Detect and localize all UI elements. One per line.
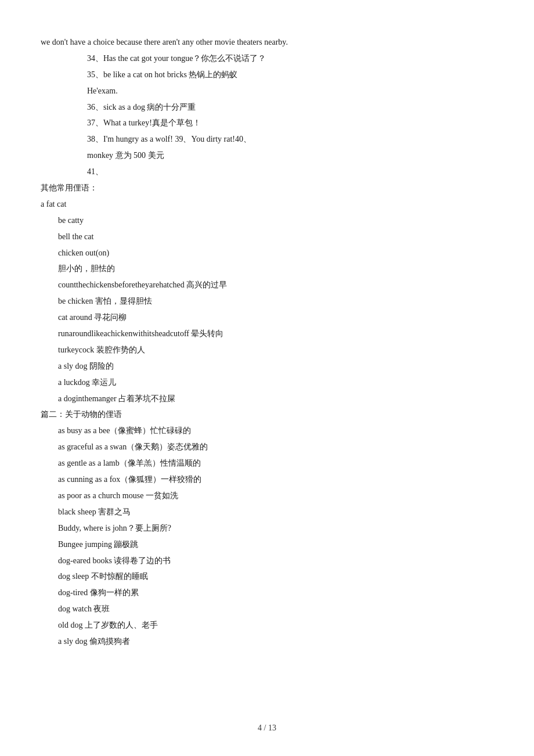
content-line: dog-eared books 读得卷了边的书 <box>41 553 493 568</box>
content-line: 36、sick as a dog 病的十分严重 <box>41 100 493 115</box>
content-line: He'exam. <box>41 84 493 99</box>
content-line: 篇二：关于动物的俚语 <box>41 407 493 422</box>
content-line: as gentle as a lamb（像羊羔）性情温顺的 <box>41 456 493 471</box>
page: we don't have a choice because there are… <box>17 0 517 756</box>
content-line: countthechickensbeforetheyarehatched 高兴的… <box>41 278 493 293</box>
content-line: old dog 上了岁数的人、老手 <box>41 618 493 633</box>
content-line: we don't have a choice because there are… <box>41 35 493 50</box>
content-line: chicken out(on) <box>41 246 493 261</box>
content-line: be chicken 害怕，显得胆怯 <box>41 294 493 309</box>
content-line: 38、I'm hungry as a wolf! 39、You dirty ra… <box>41 132 493 147</box>
content-line: runaroundlikeachickenwithitsheadcutoff 晕… <box>41 326 493 341</box>
content-line: a sly dog 阴险的 <box>41 359 493 374</box>
content-line: dog watch 夜班 <box>41 602 493 617</box>
content-line: as graceful as a swan（像天鹅）姿态优雅的 <box>41 440 493 455</box>
content-line: a sly dog 偷鸡摸狗者 <box>41 634 493 649</box>
content-line: 34、Has the cat got your tongue？你怎么不说话了？ <box>41 51 493 66</box>
content-line: be catty <box>41 213 493 228</box>
content-line: 其他常用俚语： <box>41 181 493 196</box>
content-line: as cunning as a fox（像狐狸）一样狡猾的 <box>41 472 493 487</box>
content-line: 37、What a turkey!真是个草包！ <box>41 116 493 131</box>
content-line: 41、 <box>41 164 493 179</box>
content-line: monkey 意为 500 美元 <box>41 148 493 163</box>
content-line: cat around 寻花问柳 <box>41 310 493 325</box>
content-line: bell the cat <box>41 229 493 244</box>
page-footer: 4 / 13 <box>17 723 517 733</box>
content-line: Bungee jumping 蹦极跳 <box>41 537 493 552</box>
content-line: 胆小的，胆怯的 <box>41 261 493 276</box>
content-line: turkeycock 装腔作势的人 <box>41 343 493 358</box>
content-line: a doginthemanger 占着茅坑不拉屎 <box>41 391 493 406</box>
content-line: a fat cat <box>41 197 493 212</box>
content-line: Buddy, where is john？要上厕所? <box>41 521 493 536</box>
main-content: we don't have a choice because there are… <box>41 35 493 649</box>
content-line: black sheep 害群之马 <box>41 505 493 520</box>
content-line: as poor as a church mouse 一贫如洗 <box>41 488 493 503</box>
content-line: 35、be like a cat on hot bricks 热锅上的蚂蚁 <box>41 67 493 82</box>
content-line: dog-tired 像狗一样的累 <box>41 585 493 600</box>
content-line: as busy as a bee（像蜜蜂）忙忙碌碌的 <box>41 423 493 438</box>
content-line: a luckdog 幸运儿 <box>41 375 493 390</box>
content-line: dog sleep 不时惊醒的睡眠 <box>41 569 493 584</box>
